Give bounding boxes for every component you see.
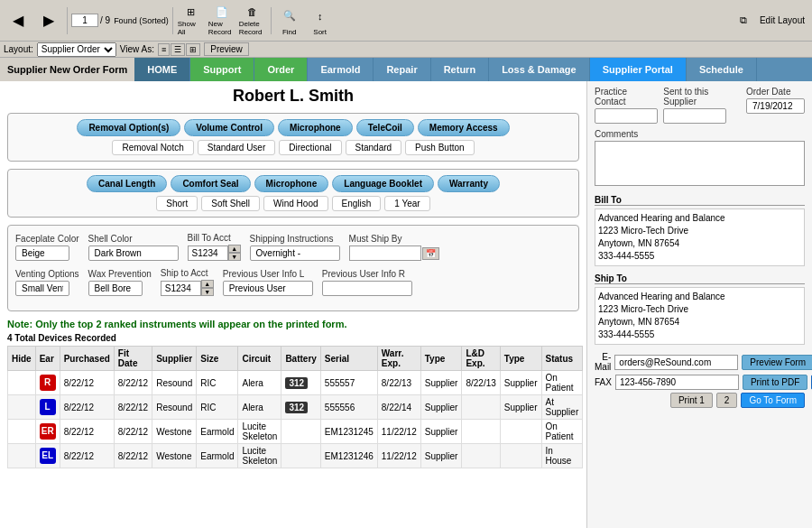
must-ship-input[interactable] (349, 245, 421, 261)
back-button[interactable]: ◀ (4, 5, 32, 37)
shell-color-field: Shell Color (88, 234, 179, 261)
sort-label: Sort (313, 28, 327, 36)
ship-to-acct-input[interactable] (161, 281, 201, 296)
forward-icon: ▶ (38, 10, 60, 32)
form-view-button[interactable]: ≡ (158, 43, 170, 56)
bill-to-acct-input[interactable] (188, 245, 228, 261)
print2-button[interactable]: 2 (716, 393, 738, 408)
tab-return[interactable]: Return (431, 58, 489, 81)
removal-options-button[interactable]: Removal Option(s) (77, 119, 180, 136)
window-icon: ⧉ (733, 10, 754, 32)
option-buttons-row-1: Removal Option(s) Volume Control Microph… (14, 119, 573, 136)
sent-to-supplier-input[interactable] (663, 108, 726, 124)
col-hide: Hide (8, 347, 36, 371)
print1-button[interactable]: Print 1 (670, 393, 713, 408)
prev-user-l-input[interactable] (223, 281, 313, 296)
delete-record-button[interactable]: 🗑 Delete Record (238, 5, 267, 37)
battery-badge: 312 (285, 377, 308, 389)
sort-button[interactable]: ↕ Sort (306, 5, 335, 37)
layout-label: Layout: (4, 44, 33, 54)
serial-cell: EM1231245 (320, 420, 377, 444)
find-icon: 🔍 (279, 5, 300, 27)
col-type1: Type (420, 347, 462, 371)
faceplate-color-input[interactable] (15, 245, 69, 261)
tab-loss-damage[interactable]: Loss & Damage (489, 58, 590, 81)
fax-input[interactable] (615, 375, 739, 390)
practice-contact-label: Practice Contact (595, 87, 658, 107)
contact-row: Practice Contact Sent to this Supplier O… (595, 87, 805, 124)
ld-exp-cell (462, 420, 500, 444)
tab-order[interactable]: Order (254, 58, 308, 81)
battery-cell: 312 (281, 395, 320, 420)
bill-to-acct-stepper-buttons: ▲ ▼ (228, 245, 241, 261)
new-record-button[interactable]: 📄 New Record (208, 5, 236, 37)
comfort-value: Soft Shell (201, 196, 260, 211)
canal-length-button[interactable]: Canal Length (87, 175, 167, 192)
fit-date-cell: 8/22/12 (114, 371, 152, 395)
col-serial: Serial (320, 347, 377, 371)
practice-contact-field: Practice Contact (595, 87, 658, 124)
comments-textarea[interactable] (595, 141, 805, 186)
microphone2-value-item: Wind Hood (263, 196, 328, 211)
microphone2-button[interactable]: Microphone (254, 175, 329, 192)
nav-tabs: HOME Support Order Earmold Repair Return… (134, 58, 812, 81)
telecoil-value: Standard (346, 140, 402, 155)
language-booklet-button[interactable]: Language Booklet (332, 175, 434, 192)
order-date-input[interactable] (746, 98, 805, 114)
layout-select[interactable]: Supplier Order (37, 42, 116, 57)
ship-to-acct-up[interactable]: ▲ (201, 280, 214, 288)
table-view-button[interactable]: ⊞ (186, 43, 200, 56)
must-ship-calendar-button[interactable]: 📅 (422, 247, 439, 260)
telecoil-button[interactable]: TeleCoil (356, 119, 414, 136)
hide-cell (8, 444, 36, 468)
tab-supplier-portal[interactable]: Supplier Portal (590, 58, 687, 81)
comfort-value-item: Soft Shell (201, 196, 260, 211)
purchased-cell: 8/22/12 (60, 371, 114, 395)
fax-row: FAX Print to PDF E-mail (595, 375, 805, 390)
wax-input[interactable] (88, 281, 143, 296)
tab-earmold[interactable]: Earmold (308, 58, 374, 81)
preview-form-button[interactable]: Preview Form (742, 355, 812, 370)
shipping-field: Shipping Instructions (250, 234, 340, 261)
go-to-form-button[interactable]: Go To Form (741, 393, 805, 408)
type2-cell (500, 444, 541, 468)
ship-to-acct-down[interactable]: ▼ (201, 288, 214, 296)
practice-contact-input[interactable] (595, 108, 658, 124)
removal-value-item: Removal Notch (112, 140, 193, 155)
preview-button[interactable]: Preview (204, 42, 249, 56)
option-values-row-2: Short Soft Shell Wind Hood English 1 Yea… (14, 196, 573, 211)
print-to-pdf-button[interactable]: Print to PDF (743, 375, 807, 390)
show-all-button[interactable]: ⊞ Show All (177, 5, 206, 37)
memory-access-button[interactable]: Memory Access (418, 119, 510, 136)
shipping-input[interactable] (250, 245, 340, 261)
forward-button[interactable]: ▶ (34, 5, 63, 37)
edit-layout-button[interactable]: Edit Layout (760, 15, 805, 25)
bill-to-acct-up[interactable]: ▲ (228, 245, 241, 253)
tab-home[interactable]: HOME (134, 58, 190, 81)
venting-input[interactable] (15, 281, 69, 296)
bill-to-acct-down[interactable]: ▼ (228, 253, 241, 261)
circuit-cell: Alera (238, 395, 281, 420)
microphone-button[interactable]: Microphone (278, 119, 353, 136)
ranked-instruments-note: Note: Only the top 2 ranked instruments … (7, 319, 579, 329)
fit-date-cell: 8/22/12 (114, 420, 152, 444)
list-view-button[interactable]: ☰ (171, 43, 185, 56)
tab-repair[interactable]: Repair (374, 58, 430, 81)
tab-schedule[interactable]: Schedule (687, 58, 757, 81)
prev-user-r-input[interactable] (322, 281, 412, 296)
email-input[interactable] (614, 355, 738, 370)
show-all-label: Show All (178, 20, 205, 36)
comfort-seal-button[interactable]: Comfort Seal (171, 175, 250, 192)
fax-label: FAX (595, 377, 612, 387)
new-record-icon: 📄 (211, 5, 233, 19)
type2-cell: Supplier (500, 395, 541, 420)
shell-color-input[interactable] (88, 245, 179, 261)
volume-control-button[interactable]: Volume Control (184, 119, 274, 136)
warranty-button[interactable]: Warranty (438, 175, 500, 192)
order-date-field: Order Date (746, 87, 805, 124)
window-controls[interactable]: ⧉ (729, 5, 758, 37)
language-value-item: English (332, 196, 382, 211)
ld-exp-cell: 8/22/13 (462, 371, 500, 395)
tab-support[interactable]: Support (190, 58, 254, 81)
find-button[interactable]: 🔍 Find (275, 5, 304, 37)
